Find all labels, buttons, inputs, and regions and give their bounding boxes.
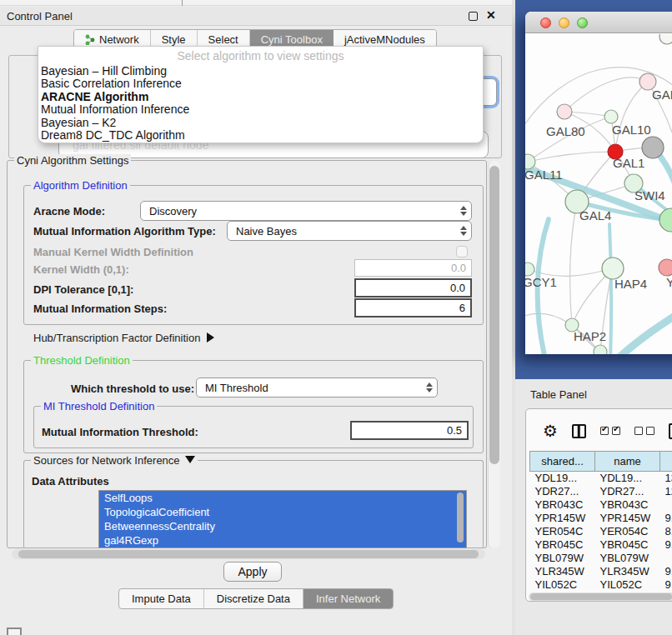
network-node[interactable] bbox=[659, 208, 672, 232]
table-cell: YBR045C bbox=[595, 538, 660, 552]
network-canvas[interactable]: GALGAL80GAL10GAL1GAL11SWI4GAL4GCY1HAP4YH… bbox=[525, 34, 672, 354]
table-cell: 12 bbox=[660, 485, 672, 498]
list-scrollbar-thumb[interactable] bbox=[457, 492, 464, 542]
table-row[interactable]: YLR345WYLR345W9. bbox=[530, 565, 672, 578]
network-edge[interactable] bbox=[609, 224, 611, 354]
dropdown-item[interactable]: Bayesian – Hill Climbing bbox=[38, 65, 483, 78]
stepper-icon bbox=[456, 222, 471, 240]
mi-steps-label: Mutual Information Steps: bbox=[33, 302, 167, 315]
table-row[interactable]: YDL19...YDL19...13 bbox=[530, 472, 672, 485]
table-row[interactable]: YBR045CYBR045C9. bbox=[530, 538, 672, 552]
dropdown-item[interactable]: Mutual Information Inference bbox=[38, 103, 483, 116]
network-node[interactable] bbox=[659, 34, 672, 44]
table-row[interactable]: YBR043CYBR043C bbox=[530, 498, 672, 512]
dropdown-item[interactable]: Basic Correlation Inference bbox=[38, 78, 483, 90]
float-window-icon[interactable] bbox=[469, 12, 478, 21]
gear-icon[interactable]: ⚙ bbox=[543, 422, 558, 439]
table-cell: 9. bbox=[660, 512, 672, 525]
table-cell: YPR145W bbox=[530, 512, 595, 525]
document-icon[interactable] bbox=[669, 423, 672, 439]
dropdown-item-list: Bayesian – Hill ClimbingBasic Correlatio… bbox=[38, 65, 483, 142]
table-cell: YLR345W bbox=[530, 565, 595, 578]
control-panel-titlebar: Control Panel ✕ bbox=[0, 7, 512, 26]
unchecked-pair-icon[interactable] bbox=[634, 427, 654, 435]
tab-label: Cyni Toolbox bbox=[261, 33, 323, 46]
dropdown-item[interactable]: Dream8 DC_TDC Algorithm bbox=[38, 129, 483, 142]
settings-vertical-thumb[interactable] bbox=[489, 166, 499, 464]
checked-pair-icon[interactable] bbox=[600, 427, 620, 435]
mi-type-combo[interactable]: Naive Bayes bbox=[227, 221, 472, 241]
table-cell: 9 bbox=[660, 578, 672, 592]
attribute-item[interactable]: TopologicalCoefficient bbox=[99, 505, 466, 519]
network-node[interactable] bbox=[642, 137, 664, 158]
close-traffic-light-icon[interactable] bbox=[540, 18, 551, 28]
sources-group-title[interactable]: Sources for Network Inference bbox=[31, 454, 198, 467]
table-horizontal-thumb[interactable] bbox=[530, 593, 672, 600]
network-edge[interactable] bbox=[615, 82, 648, 152]
panel-title: Control Panel bbox=[7, 10, 73, 22]
attribute-item[interactable]: BetweennessCentrality bbox=[99, 519, 466, 533]
table-cell: 9. bbox=[660, 538, 672, 552]
table-row[interactable]: YDR27...YDR27...12 bbox=[530, 485, 672, 498]
bottom-tab-bar: Impute DataDiscretize DataInfer Network bbox=[118, 588, 394, 609]
dpi-tolerance-field[interactable]: 0.0 bbox=[354, 278, 472, 298]
zoom-traffic-light-icon[interactable] bbox=[577, 18, 588, 28]
settings-horizontal-thumb[interactable] bbox=[18, 550, 479, 558]
hub-definition-label: Hub/Transcription Factor Definition bbox=[33, 332, 200, 344]
apply-button[interactable]: Apply bbox=[223, 562, 282, 582]
network-node[interactable] bbox=[659, 259, 672, 276]
dropdown-item[interactable]: ARACNE Algorithm bbox=[38, 91, 483, 103]
node-label-hap2: HAP2 bbox=[574, 329, 606, 343]
node-table[interactable]: shared...nameA YDL19...YDL19...13YDR27..… bbox=[529, 451, 672, 592]
table-row[interactable]: YER054CYER054C8. bbox=[530, 525, 672, 538]
table-cell: YDL19... bbox=[530, 472, 595, 485]
mi-threshold-group-title: MI Threshold Definition bbox=[41, 400, 157, 412]
hub-definition-toggle[interactable]: Hub/Transcription Factor Definition bbox=[33, 332, 214, 344]
column-split-icon[interactable] bbox=[572, 424, 586, 438]
table-row[interactable]: YIL052CYIL052C9 bbox=[530, 578, 672, 592]
table-row[interactable]: YBL079WYBL079W bbox=[530, 552, 672, 565]
table-cell: YBR043C bbox=[530, 498, 595, 512]
table-cell: YIL052C bbox=[530, 578, 595, 592]
column-header[interactable]: A bbox=[660, 452, 672, 472]
minimize-traffic-light-icon[interactable] bbox=[559, 18, 569, 28]
table-cell: 13 bbox=[660, 472, 672, 485]
table-cell: YIL052C bbox=[595, 578, 660, 592]
dropdown-item[interactable]: Bayesian – K2 bbox=[38, 117, 483, 129]
table-cell bbox=[660, 498, 672, 512]
network-node[interactable] bbox=[525, 262, 534, 276]
mi-threshold-field[interactable]: 0.5 bbox=[350, 421, 469, 440]
table-cell: YER054C bbox=[595, 525, 660, 538]
table-row[interactable]: YPR145WYPR145W9. bbox=[530, 512, 672, 525]
attribute-item[interactable]: gal4RGexp bbox=[99, 533, 466, 548]
attribute-item[interactable]: SelfLoops bbox=[99, 491, 466, 505]
tab-impute-data[interactable]: Impute Data bbox=[119, 589, 204, 608]
manual-kernel-checkbox[interactable] bbox=[456, 246, 468, 258]
column-header[interactable]: shared... bbox=[530, 452, 595, 472]
network-edge[interactable] bbox=[615, 311, 672, 354]
network-node[interactable] bbox=[594, 345, 607, 354]
mi-steps-field[interactable]: 6 bbox=[354, 298, 472, 318]
network-node[interactable] bbox=[604, 110, 618, 123]
close-icon[interactable]: ✕ bbox=[486, 8, 496, 22]
network-edge[interactable] bbox=[570, 202, 577, 325]
which-threshold-value: MI Threshold bbox=[205, 382, 268, 394]
top-strip bbox=[0, 0, 512, 6]
stepper-icon bbox=[422, 378, 437, 397]
data-attributes-list[interactable]: SelfLoopsTopologicalCoefficientBetweenne… bbox=[98, 490, 467, 548]
column-header[interactable]: name bbox=[595, 452, 660, 472]
aracne-mode-label: Aracne Mode: bbox=[33, 205, 105, 218]
aracne-mode-combo[interactable]: Discovery bbox=[140, 201, 472, 221]
node-label-gal80: GAL80 bbox=[546, 124, 585, 138]
network-view-window[interactable]: GALGAL80GAL10GAL1GAL11SWI4GAL4GCY1HAP4YH… bbox=[525, 12, 672, 354]
table-cell: YDR27... bbox=[530, 485, 595, 498]
kernel-width-field[interactable]: 0.0 bbox=[354, 259, 472, 277]
dock-corner-icon[interactable] bbox=[7, 628, 22, 635]
collapse-down-icon bbox=[185, 456, 195, 463]
node-label-y: Y bbox=[666, 275, 672, 289]
tab-discretize-data[interactable]: Discretize Data bbox=[204, 589, 303, 608]
network-window-titlebar[interactable] bbox=[525, 12, 672, 33]
network-node[interactable] bbox=[557, 104, 572, 119]
tab-infer-network[interactable]: Infer Network bbox=[303, 589, 393, 608]
which-threshold-combo[interactable]: MI Threshold bbox=[196, 378, 438, 398]
